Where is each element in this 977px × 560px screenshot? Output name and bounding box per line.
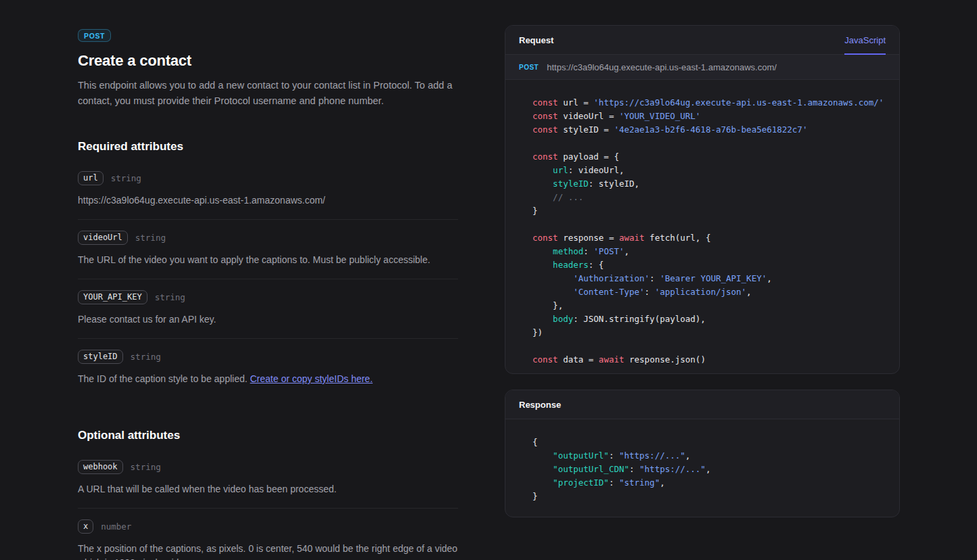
response-panel: Response { "outputUrl": "https://...", "… xyxy=(505,390,900,517)
response-panel-header: Response xyxy=(505,390,899,419)
code-line xyxy=(532,137,890,150)
attribute-header-row: xnumber xyxy=(78,519,458,534)
request-endpoint-bar: POST https://c3a9lo64ug.execute-api.us-e… xyxy=(505,55,899,80)
attribute-type: string xyxy=(135,233,166,243)
request-url: https://c3a9lo64ug.execute-api.us-east-1… xyxy=(547,62,777,72)
attribute-sections: Required attributesurlstringhttps://c3a9… xyxy=(78,140,458,560)
attribute-item: urlstringhttps://c3a9lo64ug.execute-api.… xyxy=(78,160,458,219)
attribute-item: styleIDstringThe ID of the caption style… xyxy=(78,338,458,398)
attribute-header-row: YOUR_API_KEYstring xyxy=(78,290,458,304)
code-line: 'Content-Type': 'application/json', xyxy=(532,285,890,299)
code-line: const videoUrl = 'YOUR_VIDEO_URL' xyxy=(532,110,890,123)
tab-javascript[interactable]: JavaScript xyxy=(844,26,886,54)
code-line: }) xyxy=(532,326,890,340)
code-line xyxy=(532,218,890,231)
response-code: { "outputUrl": "https://...", "outputUrl… xyxy=(505,419,899,517)
attribute-item: videoUrlstringThe URL of the video you w… xyxy=(78,219,458,279)
panel-title: Response xyxy=(519,400,561,410)
attribute-type: number xyxy=(101,521,131,532)
attribute-description: The ID of the caption style to be applie… xyxy=(78,372,458,386)
attribute-description: The URL of the video you want to apply t… xyxy=(78,253,458,267)
attribute-type: string xyxy=(131,352,161,362)
code-line: const data = await response.json() xyxy=(532,353,890,367)
attribute-type: string xyxy=(131,462,161,472)
method-badge: POST xyxy=(78,29,111,42)
attribute-description: https://c3a9lo64ug.execute-api.us-east-1… xyxy=(78,193,458,208)
attribute-header-row: styleIDstring xyxy=(78,350,458,364)
attribute-type: string xyxy=(155,292,185,302)
attribute-item: xnumberThe x position of the captions, a… xyxy=(78,508,458,560)
request-method-badge: POST xyxy=(519,64,539,71)
code-line: url: videoUrl, xyxy=(532,164,890,177)
attribute-description: A URL that will be called when the video… xyxy=(78,482,458,496)
code-line: } xyxy=(532,204,890,218)
attribute-name-chip: YOUR_API_KEY xyxy=(78,290,147,304)
code-line: headers: { xyxy=(532,258,890,272)
attribute-item: webhookstringA URL that will be called w… xyxy=(78,449,458,508)
attribute-name-chip: videoUrl xyxy=(78,231,128,245)
attribute-name-chip: x xyxy=(78,519,93,534)
code-line: const url = 'https://c3a9lo64ug.execute-… xyxy=(532,96,890,110)
attribute-description: The x position of the captions, as pixel… xyxy=(78,542,458,560)
attribute-name-chip: url xyxy=(78,171,104,185)
code-line: const payload = { xyxy=(532,150,890,164)
code-line: }, xyxy=(532,299,890,312)
intro-text: This endpoint allows you to add a new co… xyxy=(78,78,458,109)
code-line: } xyxy=(532,490,890,503)
attribute-list: webhookstringA URL that will be called w… xyxy=(78,449,458,560)
attribute-list: urlstringhttps://c3a9lo64ug.execute-api.… xyxy=(78,160,458,398)
section-heading: Required attributes xyxy=(78,140,458,154)
code-line: "outputUrl_CDN": "https://...", xyxy=(532,463,890,476)
request-panel-header: Request JavaScript xyxy=(505,26,899,55)
request-code: const url = 'https://c3a9lo64ug.execute-… xyxy=(505,80,899,374)
attribute-header-row: webhookstring xyxy=(78,460,458,474)
section-heading: Optional attributes xyxy=(78,429,458,442)
page-title: Create a contact xyxy=(78,52,458,70)
attribute-section: Required attributesurlstringhttps://c3a9… xyxy=(78,140,458,398)
code-line xyxy=(532,340,890,353)
code-line: const response = await fetch(url, { xyxy=(532,231,890,245)
attribute-header-row: urlstring xyxy=(78,171,458,185)
code-line: "outputUrl": "https://...", xyxy=(532,449,890,463)
code-line: { xyxy=(532,436,890,449)
doc-article: POST Create a contact This endpoint allo… xyxy=(78,29,458,560)
attribute-item: YOUR_API_KEYstringPlease contact us for … xyxy=(78,279,458,338)
page: { "colors": { "page_bg": "#18181b", "met… xyxy=(0,0,977,560)
code-line: body: JSON.stringify(payload), xyxy=(532,312,890,326)
styleids-link[interactable]: Create or copy styleIDs here. xyxy=(250,373,373,384)
code-line: 'Authorization': 'Bearer YOUR_API_KEY', xyxy=(532,272,890,285)
attribute-description: Please contact us for an API key. xyxy=(78,312,458,327)
code-line: styleID: styleID, xyxy=(532,177,890,191)
attribute-name-chip: webhook xyxy=(78,460,123,474)
request-panel: Request JavaScript POST https://c3a9lo64… xyxy=(505,25,900,374)
code-line: // ... xyxy=(532,191,890,204)
code-line: method: 'POST', xyxy=(532,245,890,258)
attribute-section: Optional attributeswebhookstringA URL th… xyxy=(78,429,458,560)
code-line: "projectID": "string", xyxy=(532,476,890,490)
attribute-type: string xyxy=(111,173,141,183)
attribute-name-chip: styleID xyxy=(78,350,123,364)
code-line: const styleID = '4e2ae1a3-b2f6-4618-a76b… xyxy=(532,123,890,137)
attribute-header-row: videoUrlstring xyxy=(78,231,458,245)
panel-title: Request xyxy=(519,35,553,45)
